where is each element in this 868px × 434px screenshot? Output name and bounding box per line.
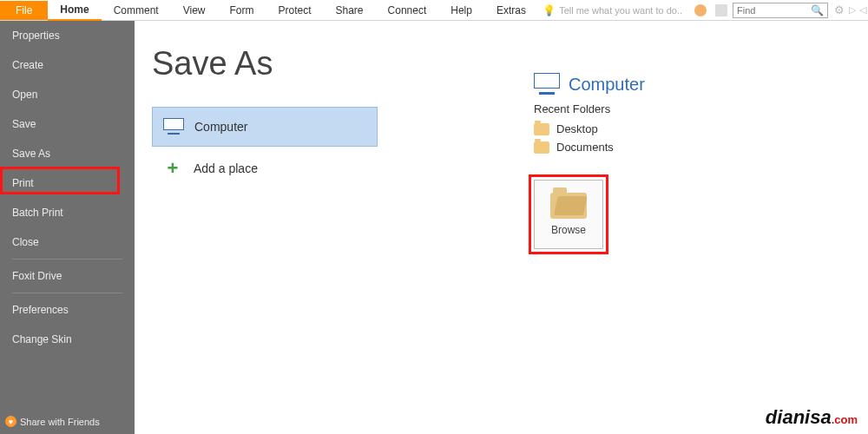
save-locations: Computer + Add a place (152, 107, 378, 190)
backstage-content: Save As Computer + Add a place Computer … (135, 21, 868, 434)
tab-form[interactable]: Form (218, 1, 266, 20)
sidebar-item-properties[interactable]: Properties (0, 21, 135, 50)
location-computer-label: Computer (194, 120, 247, 134)
find-box[interactable]: 🔍 (733, 3, 828, 18)
ribbon-tabs: File Home Comment View Form Protect Shar… (0, 0, 868, 21)
plus-icon: + (162, 157, 183, 180)
computer-icon (163, 118, 184, 135)
location-add-a-place[interactable]: + Add a place (152, 147, 378, 190)
computer-heading: Computer (534, 73, 645, 95)
computer-panel: Computer Recent Folders Desktop Document… (534, 73, 645, 249)
tab-comment[interactable]: Comment (102, 1, 171, 20)
folder-icon (534, 141, 549, 154)
browse-label: Browse (551, 224, 586, 236)
doc-icon[interactable] (715, 4, 727, 16)
sidebar-item-preferences[interactable]: Preferences (0, 295, 135, 325)
sidebar-item-batchprint[interactable]: Batch Print (0, 198, 135, 227)
search-icon[interactable]: 🔍 (808, 3, 825, 17)
sidebar-separator (12, 293, 122, 293)
watermark-text: dianisa (766, 406, 832, 428)
sidebar-item-changeskin[interactable]: Change Skin (0, 325, 135, 354)
watermark-suffix: .com (832, 413, 858, 426)
location-computer[interactable]: Computer (152, 107, 378, 147)
computer-icon (534, 73, 560, 95)
recent-folder-desktop[interactable]: Desktop (534, 122, 645, 135)
browse-button[interactable]: Browse (534, 180, 603, 249)
tab-share[interactable]: Share (324, 1, 376, 20)
nav-next-icon[interactable]: ◁ (859, 4, 866, 16)
folder-open-icon (550, 193, 587, 219)
tab-file[interactable]: File (0, 1, 48, 20)
heart-icon: ♥ (5, 416, 16, 427)
recent-folders-label: Recent Folders (534, 102, 645, 115)
tab-home[interactable]: Home (48, 0, 101, 21)
tab-extras[interactable]: Extras (484, 1, 538, 20)
tellme-input[interactable]: Tell me what you want to do.. (559, 5, 682, 16)
share-friends-label: Share with Friends (20, 417, 100, 427)
sidebar-separator (12, 259, 122, 260)
tab-connect[interactable]: Connect (376, 1, 439, 20)
sidebar-item-close[interactable]: Close (0, 227, 135, 257)
find-input[interactable] (733, 5, 808, 16)
notification-icon[interactable] (694, 4, 707, 16)
tab-protect[interactable]: Protect (266, 1, 324, 20)
location-addplace-label: Add a place (194, 161, 258, 175)
recent-folder-label: Documents (556, 141, 614, 154)
lightbulb-icon: 💡 (542, 4, 556, 16)
backstage-sidebar: Properties Create Open Save Save As Prin… (0, 21, 135, 434)
tab-view[interactable]: View (171, 1, 218, 20)
recent-folder-label: Desktop (556, 122, 598, 135)
sidebar-item-saveas[interactable]: Save As (0, 139, 135, 168)
sidebar-item-save[interactable]: Save (0, 109, 135, 139)
computer-heading-label: Computer (569, 75, 645, 95)
sidebar-item-print[interactable]: Print (0, 168, 135, 198)
recent-folder-documents[interactable]: Documents (534, 141, 645, 154)
sidebar-item-open[interactable]: Open (0, 80, 135, 109)
watermark: dianisa.com (766, 406, 858, 429)
nav-prev-icon[interactable]: ▷ (849, 4, 856, 16)
sidebar-item-foxitdrive[interactable]: Foxit Drive (0, 261, 135, 291)
tab-help[interactable]: Help (438, 1, 484, 20)
sidebar-item-create[interactable]: Create (0, 50, 135, 80)
folder-icon (534, 123, 549, 135)
sidebar-share-with-friends[interactable]: ♥ Share with Friends (0, 409, 135, 434)
gear-icon[interactable]: ⚙ (834, 3, 845, 16)
page-title: Save As (152, 45, 868, 82)
